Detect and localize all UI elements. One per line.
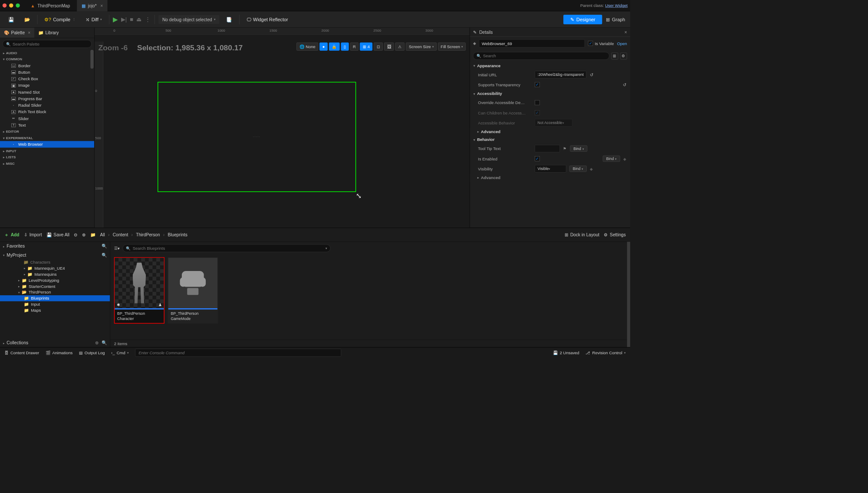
canvas-viewport[interactable]: 0 500 1000 Zoom -6 Selection: 1,985.36 x… xyxy=(95,35,470,228)
max-light[interactable] xyxy=(16,3,20,7)
details-search[interactable]: 🔍 xyxy=(473,52,609,60)
screen-size-button[interactable]: Screen Size▾ xyxy=(406,42,436,51)
diamond-icon[interactable]: ◆ xyxy=(623,156,626,161)
search-icon[interactable]: 🔍 xyxy=(102,244,107,249)
widget-button[interactable]: ▬Button xyxy=(0,69,94,75)
bind-enabled[interactable]: Bind▾ xyxy=(603,156,620,162)
debug-object-select[interactable]: No debug object selected ▾ xyxy=(158,15,219,23)
cat-input[interactable]: ▸INPUT xyxy=(0,147,94,154)
cat-audio[interactable]: ▸AUDIO xyxy=(0,50,94,56)
fill-screen-button[interactable]: Fill Screen▾ xyxy=(438,42,466,51)
min-light[interactable] xyxy=(9,3,13,7)
console-input[interactable] xyxy=(135,349,341,356)
initial-url-input[interactable]: :20Wheel2&bg=transparent xyxy=(535,71,586,78)
search-icon[interactable]: 🔍 xyxy=(102,252,107,258)
asset-search[interactable]: 🔍 ▾ xyxy=(122,244,330,252)
import-button[interactable]: ⇩Import xyxy=(24,232,42,237)
grid-button[interactable]: ⊞4 xyxy=(360,42,372,51)
section-advanced1[interactable]: ▸Advanced xyxy=(470,128,630,136)
browse-button[interactable]: 📂 xyxy=(21,15,33,24)
transparency-checkbox[interactable]: ✓ xyxy=(535,82,540,87)
reset-icon[interactable]: ↺ xyxy=(623,82,627,87)
override-acc-checkbox[interactable] xyxy=(535,100,540,105)
folder-thirdperson[interactable]: ▾📂ThirdPerson xyxy=(0,289,110,295)
output-log-button[interactable]: ▤Output Log xyxy=(79,350,105,355)
parent-class-link[interactable]: User Widget xyxy=(605,3,628,8)
section-behavior[interactable]: ▾Behavior xyxy=(470,136,630,144)
widget-name-input[interactable] xyxy=(479,39,585,48)
grid-view-icon[interactable]: ⊞ xyxy=(611,52,618,59)
open-link[interactable]: Open xyxy=(617,41,627,46)
tooltip-input[interactable] xyxy=(535,145,560,152)
section-advanced2[interactable]: ▸Advanced xyxy=(470,174,630,182)
step-icon[interactable]: ▶| xyxy=(121,16,127,23)
cmd-select[interactable]: ›_Cmd▾ xyxy=(111,350,129,355)
find-button[interactable]: 📑 xyxy=(223,15,235,24)
widget-progressbar[interactable]: ▬Progress Bar xyxy=(0,95,94,102)
folder-blueprints[interactable]: 📁Blueprints xyxy=(0,295,110,301)
revision-control-button[interactable]: ⎇Revision Control▾ xyxy=(585,350,625,355)
cat-lists[interactable]: ▸LISTS xyxy=(0,154,94,160)
chevron-down-icon[interactable]: ▾ xyxy=(326,246,327,250)
bind-tooltip[interactable]: Bind▾ xyxy=(570,145,587,152)
is-variable-toggle[interactable]: ✓ Is Variable xyxy=(588,41,614,46)
close-icon[interactable]: × xyxy=(625,29,627,35)
diamond-icon[interactable]: ◆ xyxy=(590,167,593,171)
tab-palette[interactable]: 🎨 Palette × xyxy=(0,28,34,38)
dock-button[interactable]: ⊞Dock in Layout xyxy=(565,232,599,237)
animations-button[interactable]: 🎬Animations xyxy=(46,350,73,355)
widget-richtext[interactable]: ARich Text Block xyxy=(0,108,94,115)
visibility-select[interactable]: Visible ▾ xyxy=(535,165,566,172)
designer-mode-button[interactable]: ✎ Designer xyxy=(563,15,602,24)
widget-slider[interactable]: ⇔Slider xyxy=(0,115,94,122)
bind-visibility[interactable]: Bind▾ xyxy=(569,166,587,172)
tab-widget[interactable]: ▦ jojo* × xyxy=(77,0,107,11)
myproject-section[interactable]: ▾MyProject🔍 xyxy=(0,251,110,259)
cat-experimental[interactable]: ▾EXPERIMENTAL xyxy=(0,135,94,141)
widget-namedslot[interactable]: ★Named Slot xyxy=(0,89,94,95)
bc-thirdperson[interactable]: ThirdPerson xyxy=(136,232,160,237)
cat-common[interactable]: ▾COMMON xyxy=(0,56,94,62)
section-accessibility[interactable]: ▾Accessibility xyxy=(470,90,630,98)
reset-icon[interactable]: ↺ xyxy=(590,72,594,77)
bc-all[interactable]: All xyxy=(100,232,105,237)
folder-mue4[interactable]: ▸📁Mannequin_UE4 xyxy=(0,265,110,271)
favorites-section[interactable]: ▸Favorites🔍 xyxy=(0,242,110,251)
widget-radialslider[interactable]: ◦Radial Slider xyxy=(0,102,94,108)
lang-button[interactable]: 🌐None xyxy=(296,42,318,51)
nav-fwd-button[interactable]: ⊕ xyxy=(82,232,86,237)
palette-search[interactable]: 🔍 xyxy=(3,40,92,48)
eject-icon[interactable]: ⏏ xyxy=(136,16,141,23)
save-button[interactable]: 💾 xyxy=(5,15,17,24)
lock-button[interactable]: 🔒 xyxy=(329,42,340,51)
widget-text[interactable]: TText xyxy=(0,122,94,128)
scrollbar[interactable] xyxy=(627,242,630,347)
folder-levelproto[interactable]: ▸📁LevelPrototyping xyxy=(0,278,110,284)
plus-icon[interactable]: ⊕ xyxy=(95,340,99,346)
cat-editor[interactable]: ▸EDITOR xyxy=(0,128,94,135)
asset-bp-gamemode[interactable]: BP_ThirdPerson GameMode xyxy=(168,257,218,323)
r-button[interactable]: R xyxy=(350,42,358,51)
flag-icon[interactable]: ⚑ xyxy=(563,146,567,151)
section-appearance[interactable]: ▾Appearance xyxy=(470,62,630,69)
tab-library[interactable]: 📁 Library xyxy=(34,28,62,38)
collections-section[interactable]: ▸Collections⊕🔍 xyxy=(0,338,110,347)
scrollbar[interactable] xyxy=(90,50,93,69)
save-all-button[interactable]: 💾Save All xyxy=(46,232,69,237)
folder-maps[interactable]: 📁Maps xyxy=(0,307,110,313)
nav-folder-button[interactable]: 📁 xyxy=(90,232,95,237)
outline-button[interactable]: ▯ xyxy=(341,42,349,51)
settings-button[interactable]: ⚙Settings xyxy=(604,232,626,237)
snap-button[interactable]: ● xyxy=(319,42,328,51)
palette-search-input[interactable] xyxy=(13,42,88,46)
stop-icon[interactable]: ■ xyxy=(130,16,133,23)
filter-icon[interactable]: ☰▾ xyxy=(114,246,119,250)
add-button[interactable]: ＋Add xyxy=(4,232,19,238)
folder-mannequins[interactable]: ▸📁Mannequins xyxy=(0,271,110,278)
close-icon[interactable]: × xyxy=(28,30,30,36)
content-drawer-button[interactable]: 🗄Content Drawer xyxy=(4,350,39,355)
graph-mode-button[interactable]: ⊞ Graph xyxy=(606,16,625,22)
widget-image[interactable]: ▣Image xyxy=(0,82,94,88)
widget-border[interactable]: ▭Border xyxy=(0,62,94,69)
snap2-button[interactable]: ⊡ xyxy=(374,42,383,51)
